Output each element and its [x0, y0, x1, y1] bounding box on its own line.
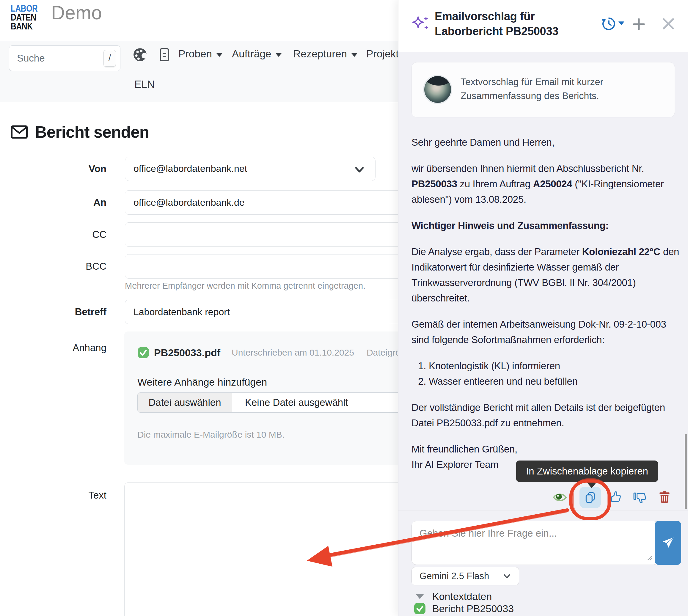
envelope-icon: [11, 124, 28, 140]
check-circle-icon: [137, 347, 149, 358]
chat-input-group: [412, 521, 681, 565]
resize-handle[interactable]: [646, 554, 653, 561]
avatar: [423, 75, 452, 104]
model-selector[interactable]: Gemini 2.5 Flash: [412, 567, 519, 586]
nav-menu-label: Projekt: [366, 48, 399, 60]
tooltip-arrow: [586, 481, 597, 488]
paper-plane-icon: [662, 536, 674, 549]
cc-label: CC: [12, 228, 107, 241]
email-notice-heading: Wichtiger Hinweis und Zusammenfassung:: [412, 218, 681, 234]
logo-line: DATEN: [11, 13, 38, 22]
user-message-card: Textvorschlag für Email mit kurzer Zusam…: [412, 62, 675, 117]
panel-body: Textvorschlag für Email mit kurzer Zusam…: [398, 52, 688, 616]
theme-palette-icon[interactable]: [133, 47, 148, 62]
attachment-section: PB250033.pdf Unterschrieben am 01.10.202…: [124, 331, 431, 465]
nav-menu-eln[interactable]: ELN: [134, 78, 155, 90]
recipients-hint: Mehrerer Empfänger werden mit Komma getr…: [125, 281, 365, 291]
copy-icon: [584, 491, 596, 504]
email-step: Wasser entleeren und neu befüllen: [429, 374, 681, 389]
context-item-label: Bericht PB250033: [432, 603, 514, 615]
screen: LABOR DATEN BANK Demo / Proben: [0, 0, 688, 616]
context-section-label: Kontextdaten: [432, 591, 492, 602]
triangle-down-icon: [416, 594, 424, 599]
slash-shortcut-badge: /: [104, 50, 116, 67]
model-selector-value: Gemini 2.5 Flash: [420, 571, 489, 581]
nav-menu-proben[interactable]: Proben: [178, 48, 223, 60]
email-steps-list: Knotenlogistik (KL) informieren Wasser e…: [412, 358, 681, 389]
an-label: An: [12, 197, 107, 208]
von-value: office@labordatenbank.net: [133, 163, 247, 174]
bcc-label: BCC: [12, 260, 107, 272]
email-paragraph: Gemäß der internen Arbeitsanweisung Dok-…: [412, 316, 681, 348]
nav-menu-auftraege[interactable]: Aufträge: [232, 48, 282, 60]
nav-menu-projekte[interactable]: Projekt: [366, 48, 399, 60]
preview-eye-button[interactable]: [553, 490, 567, 505]
no-file-text: Keine Datei ausgewählt: [232, 393, 348, 412]
betreff-input[interactable]: [125, 300, 431, 324]
anhang-label: Anhang: [12, 342, 107, 354]
choose-file-button[interactable]: Datei auswählen: [138, 393, 232, 412]
nav-menu-label: Aufträge: [232, 48, 271, 60]
attachment-filename[interactable]: PB250033.pdf: [154, 347, 220, 358]
file-picker: Datei auswählen Keine Datei ausgewählt: [137, 392, 431, 413]
workspace-title: Demo: [51, 2, 102, 24]
user-request-text: Textvorschlag für Email mit kurzer Zusam…: [461, 75, 633, 103]
form-title: Bericht senden: [35, 123, 149, 141]
divider: [398, 510, 688, 510]
bcc-input[interactable]: [125, 254, 431, 279]
thumbs-up-button[interactable]: [607, 490, 622, 505]
an-input[interactable]: [125, 190, 431, 215]
thumbs-down-button[interactable]: [633, 490, 647, 505]
close-icon[interactable]: [661, 17, 675, 31]
chevron-down-icon: [503, 572, 511, 580]
email-step: Knotenlogistik (KL) informieren: [429, 358, 681, 374]
email-paragraph: Der vollständige Bericht mit allen Detai…: [412, 400, 681, 431]
attachment-signed-info: Unterschrieben am 01.10.2025: [231, 348, 354, 358]
ai-assistant-panel: Emailvorschlag für Laborbericht PB250033: [398, 0, 688, 616]
panel-scrollbar-thumb[interactable]: [685, 434, 687, 509]
add-attachments-label: Weitere Anhänge hinzufügen: [137, 376, 267, 388]
panel-header: Emailvorschlag für Laborbericht PB250033: [398, 0, 688, 52]
betreff-label: Betreff: [12, 306, 107, 318]
ai-sparkles-icon: [412, 14, 430, 33]
email-paragraph: wir übersenden Ihnen hiermit den Abschlu…: [412, 161, 681, 207]
email-closing: Mit freundlichen Grüßen,: [412, 441, 681, 457]
search-box: /: [9, 45, 120, 71]
nav-menu-label: Rezepturen: [293, 48, 347, 60]
logo-line: BANK: [11, 22, 38, 31]
delete-trash-button[interactable]: [658, 490, 671, 504]
nav-menu-rezepturen[interactable]: Rezepturen: [293, 48, 358, 60]
labordatenbank-logo[interactable]: LABOR DATEN BANK: [11, 4, 38, 31]
von-select[interactable]: office@labordatenbank.net: [125, 157, 376, 181]
ai-email-suggestion: Sehr geehrte Damen und Herren, wir übers…: [412, 135, 681, 472]
page-title: Bericht senden: [11, 123, 149, 141]
check-square-icon: [414, 602, 426, 615]
von-label: Von: [12, 163, 107, 175]
context-item-bericht[interactable]: Bericht PB250033: [414, 602, 514, 615]
chat-question-input[interactable]: [412, 521, 658, 565]
new-chat-plus-button[interactable]: [632, 17, 646, 31]
attachment-row: PB250033.pdf Unterschrieben am 01.10.202…: [137, 347, 421, 358]
send-button[interactable]: [655, 521, 681, 565]
max-size-hint: Die maximale E-Mailgröße ist 10 MB.: [137, 430, 285, 440]
copy-to-clipboard-button[interactable]: [579, 487, 601, 508]
nav-menu-label: Proben: [178, 48, 212, 60]
copy-tooltip: In Zwischenablage kopieren: [516, 461, 658, 482]
caret-down-icon: [216, 53, 223, 57]
context-data-toggle[interactable]: Kontextdaten: [416, 591, 492, 602]
cc-input[interactable]: [125, 222, 431, 247]
email-body-textarea[interactable]: [124, 482, 431, 616]
caret-down-icon: [275, 53, 282, 57]
history-button[interactable]: [601, 16, 617, 33]
panel-title: Emailvorschlag für Laborbericht PB250033: [435, 9, 592, 39]
logo-line: LABOR: [11, 4, 38, 13]
history-icon: [601, 16, 617, 31]
caret-down-icon: [618, 21, 624, 26]
email-salutation: Sehr geehrte Damen und Herren,: [412, 135, 681, 150]
chevron-down-icon: [354, 164, 365, 175]
text-label: Text: [12, 489, 107, 501]
caret-down-icon: [351, 53, 358, 57]
email-paragraph: Die Analyse ergab, dass der Parameter Ko…: [412, 244, 681, 306]
document-icon[interactable]: [158, 48, 171, 62]
